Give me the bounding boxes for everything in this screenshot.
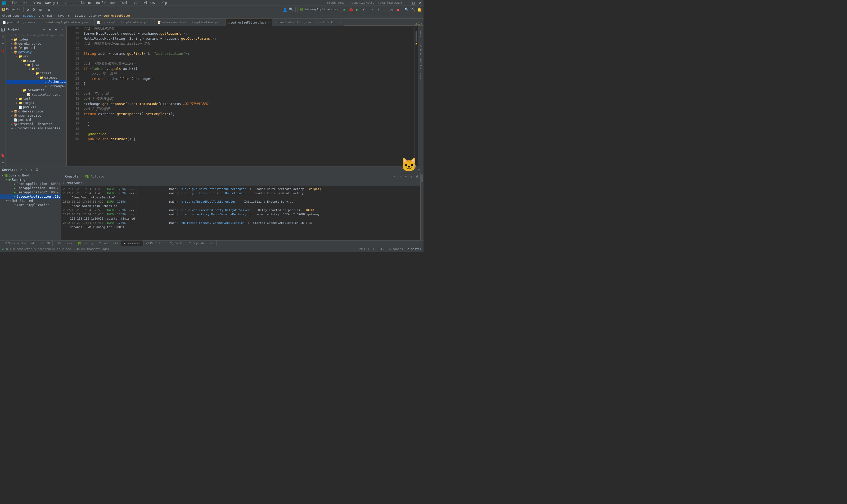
database-icon[interactable]: Database: [419, 41, 423, 57]
services-eureka-app[interactable]: ⬡ EurekaApplication: [0, 203, 60, 207]
project-dropdown-icon[interactable]: ▼: [19, 8, 20, 11]
tab-order-yml-close[interactable]: ✕: [221, 21, 223, 24]
profile-btn[interactable]: 👤: [282, 7, 287, 12]
tree-resources[interactable]: ▼ 📁 resources: [6, 88, 67, 92]
menu-code[interactable]: Code: [63, 0, 75, 5]
search-everywhere-btn[interactable]: 🔍: [288, 7, 294, 12]
tab-user-controller[interactable]: ☕ UserController.java ✕: [272, 19, 317, 26]
services-springboot[interactable]: ▼ 🌿 Spring Boot: [0, 173, 60, 178]
tab-pom-xml[interactable]: 📄 pom.xml (gateway) ✕: [0, 19, 43, 26]
sidebar-settings-btn[interactable]: ⚙: [41, 27, 47, 32]
bookmarks-view-btn[interactable]: 🔖: [0, 153, 5, 158]
services-up-btn[interactable]: ↑: [24, 167, 29, 172]
breadcrumb-main[interactable]: main: [47, 14, 54, 17]
console-scroll-up-btn[interactable]: ⬆: [392, 174, 397, 179]
tree-test[interactable]: ▶ 📁 test: [6, 96, 67, 101]
services-group-btn[interactable]: ☰: [34, 167, 39, 172]
indent[interactable]: 4 spaces: [389, 247, 403, 251]
console-scrollbar-thumb[interactable]: [421, 174, 423, 182]
tree-user-service[interactable]: ▶ 📦 user-service: [6, 113, 67, 118]
menu-build[interactable]: Build: [94, 0, 108, 5]
services-user-app2[interactable]: ▶ UserApplication2 :8082/:8082/: [0, 190, 60, 195]
stop-btn[interactable]: ■: [395, 7, 401, 12]
tree-pom-root[interactable]: 📄 pom.xml: [6, 118, 67, 122]
sync-btn[interactable]: ⟳: [32, 7, 37, 12]
breadcrumb-src[interactable]: src: [39, 14, 44, 17]
tab-authorize-close[interactable]: ✕: [268, 21, 269, 24]
console-print-btn[interactable]: 🖨: [414, 174, 419, 179]
tab-gateway-close[interactable]: ✕: [90, 21, 92, 24]
tab-user-controller-close[interactable]: ✕: [312, 21, 314, 24]
expand-btn[interactable]: ⊞: [47, 7, 52, 12]
run-btn[interactable]: ▶: [342, 7, 347, 12]
tab-order-c-close[interactable]: ✕: [340, 21, 341, 24]
profile-run-btn[interactable]: ⚡: [361, 7, 366, 12]
line-separator[interactable]: CRLF: [368, 247, 375, 251]
nav-tab-spring[interactable]: 🌿 Spring: [75, 240, 96, 246]
tree-gateway-app[interactable]: ☕ GatewayApplication: [6, 84, 67, 88]
tree-main[interactable]: ▼ 📁 main: [6, 58, 67, 63]
sidebar-expand-btn[interactable]: ⊞: [53, 27, 59, 32]
nav-tab-services[interactable]: ▶ Services: [121, 240, 143, 246]
scrollbar-thumb[interactable]: [416, 31, 417, 42]
code-content[interactable]: //1. 获取请求参数 ServerHttpRequest request = …: [81, 26, 414, 166]
tree-cloud-demo[interactable]: ▼ ☁ cloud-demo D:\DingJiaxiong\IdeaProje…: [6, 33, 67, 37]
menu-view[interactable]: View: [31, 0, 43, 5]
vcs-branch[interactable]: ⎇ master: [406, 247, 421, 251]
services-running[interactable]: ▼ Running: [0, 178, 60, 182]
nav-tab-build[interactable]: 🔨 Build: [167, 240, 186, 246]
editor-scrollbar[interactable]: [414, 26, 418, 166]
menu-refactor[interactable]: Refactor: [74, 0, 94, 5]
push-btn[interactable]: ⬆: [383, 7, 388, 12]
vcs-btn[interactable]: ⎇: [389, 7, 394, 12]
notifications-panel-icon[interactable]: Notifications: [419, 58, 423, 79]
nav-tab-version-control[interactable]: ⎇ Version Control: [1, 240, 37, 246]
find-btn[interactable]: 🔍: [404, 7, 409, 12]
console-settings-btn[interactable]: ⚙: [409, 174, 414, 179]
tree-authorize-filter[interactable]: ☕ AuthorizeFilter: [6, 79, 67, 84]
minimize-btn[interactable]: ─: [404, 0, 410, 5]
actuator-tab[interactable]: 🌿 Actuator: [82, 174, 109, 179]
sidebar-collapse-btn[interactable]: ⊟: [47, 27, 53, 32]
tab-order-c[interactable]: ☕ OrderC... ✕: [317, 19, 344, 26]
settings-btn[interactable]: ⚙: [25, 7, 31, 12]
breadcrumb-authorizefilter[interactable]: AuthorizeFilter: [104, 14, 130, 17]
services-add-btn[interactable]: +: [40, 167, 45, 172]
debug-btn[interactable]: 🐞: [348, 7, 354, 12]
nav-tab-todo[interactable]: ☑ TODO: [37, 240, 53, 246]
tree-idea[interactable]: ▶ 📁 .idea: [6, 37, 67, 41]
run-config-selector[interactable]: 🌿 GatewayApplication ▼: [297, 7, 341, 12]
collapse-btn[interactable]: ⊟: [38, 7, 43, 12]
services-filter-btn[interactable]: ⊞: [29, 167, 34, 172]
services-not-started[interactable]: ▼ Not Started: [0, 199, 60, 203]
menu-logo[interactable]: J: [1, 0, 7, 5]
update-btn[interactable]: ⬇: [376, 7, 382, 12]
menu-help[interactable]: Help: [157, 0, 169, 5]
maven-icon[interactable]: Maven: [419, 27, 423, 40]
sidebar-close-btn[interactable]: ✕: [59, 27, 65, 32]
breadcrumb-itcast[interactable]: itcast: [75, 14, 85, 17]
services-refresh-btn[interactable]: ⟳: [19, 167, 23, 172]
tree-cn[interactable]: ▼ 📁 cn: [6, 67, 67, 71]
tree-target[interactable]: ▶ 📁 target: [6, 101, 67, 105]
nav-tab-dependencies[interactable]: ⬡ Dependencies: [186, 240, 216, 246]
notifications-btn[interactable]: 🔔: [417, 7, 422, 12]
tab-pom-close[interactable]: ✕: [38, 21, 40, 24]
cursor-position[interactable]: 19:4: [358, 247, 366, 251]
services-config-btn[interactable]: ≡: [411, 167, 416, 172]
commit-btn[interactable]: ✓: [370, 7, 375, 12]
breadcrumb-gateway2[interactable]: gateway: [89, 14, 101, 17]
tab-gateway-yml[interactable]: 📝 gateway\...\application.yml ✕: [94, 19, 155, 26]
tab-order-yml[interactable]: 📝 order-service\...\application.yml ✕: [155, 19, 226, 26]
console-filter-btn[interactable]: ≡: [403, 174, 408, 179]
close-btn[interactable]: ✕: [417, 0, 422, 5]
menu-tools[interactable]: Tools: [118, 0, 131, 5]
project-view-btn[interactable]: [0, 27, 5, 32]
menu-vcs[interactable]: VCS: [131, 0, 142, 5]
tree-scratches[interactable]: ▶ ✏ Scratches and Consoles: [6, 126, 67, 130]
services-user-app[interactable]: ▶ UserApplication :8081/: [0, 186, 60, 190]
menu-edit[interactable]: Edit: [19, 0, 31, 5]
breadcrumb-cn[interactable]: cn: [68, 14, 71, 17]
debug-view-btn[interactable]: 🐞: [0, 48, 5, 53]
tab-authorize-filter[interactable]: ☕ AuthorizeFilter.java ✕: [226, 19, 272, 26]
